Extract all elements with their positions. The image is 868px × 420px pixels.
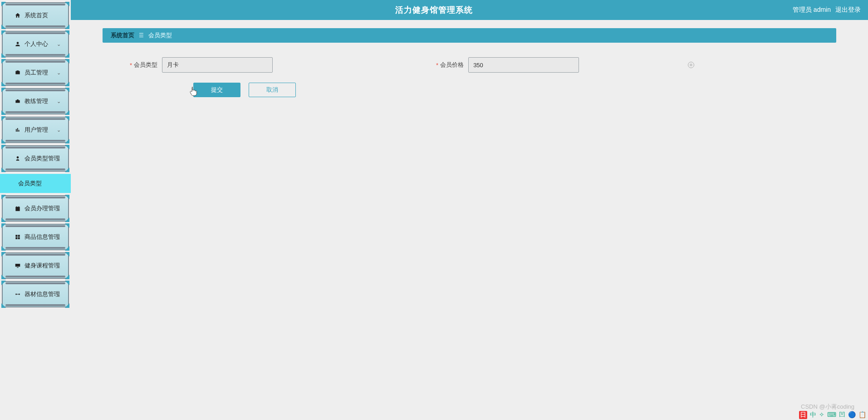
chevron-down-icon: ⌄: [57, 127, 61, 133]
breadcrumb-current: 会员类型: [148, 31, 172, 40]
briefcase-icon: [15, 98, 21, 104]
sidebar-item-label: 商品信息管理: [25, 233, 60, 241]
sidebar-item-label: 会员类型管理: [25, 154, 60, 163]
clipboard-icon: [15, 205, 21, 212]
tray-symbol-icon[interactable]: ✧: [819, 411, 824, 419]
sidebar-sub-member-type[interactable]: 会员类型: [0, 174, 71, 193]
top-header: 活力健身馆管理系统 管理员 admin 退出登录: [0, 0, 868, 20]
cancel-button[interactable]: 取消: [249, 83, 296, 97]
member-type-label: 会员类型: [134, 61, 157, 69]
member-price-input[interactable]: [468, 57, 579, 73]
sidebar-sub-label: 会员类型: [18, 179, 42, 188]
tray-dot-icon[interactable]: 🔵: [848, 411, 856, 419]
home-icon: [15, 12, 21, 19]
tray-clipboard-icon[interactable]: 📋: [858, 411, 866, 419]
chevron-down-icon: ⌄: [57, 41, 61, 47]
chevron-down-icon: ⌄: [57, 70, 61, 76]
logout-link[interactable]: 退出登录: [835, 6, 861, 14]
grid-icon: [15, 234, 21, 240]
sidebar-item-users[interactable]: 用户管理 ⌄: [2, 117, 69, 143]
form-row: * 会员类型 * 会员价格: [130, 57, 836, 73]
sidebar-item-label: 健身课程管理: [25, 262, 60, 270]
chart-icon: [15, 127, 21, 133]
chevron-down-icon: ⌄: [57, 99, 61, 104]
sidebar-item-staff[interactable]: 员工管理 ⌄: [2, 59, 69, 86]
sidebar-item-product[interactable]: 商品信息管理 ⌄: [2, 224, 69, 250]
admin-label[interactable]: 管理员 admin: [793, 6, 831, 14]
sidebar-item-label: 系统首页: [25, 11, 48, 20]
form-area: * 会员类型 * 会员价格 提交 取消: [103, 57, 836, 97]
tray-ime-icon[interactable]: 日: [799, 411, 807, 419]
sidebar-item-label: 个人中心: [25, 40, 48, 48]
sidebar-item-member-type[interactable]: 会员类型管理 ⌄: [2, 145, 69, 172]
sidebar-item-label: 员工管理: [25, 69, 48, 77]
button-row: 提交 取消: [130, 83, 836, 97]
sidebar: 系统首页 个人中心 ⌄ 员工管理 ⌄ 教练管理 ⌄ 用户管理 ⌄ 会员类型管理 …: [0, 0, 71, 420]
chevron-down-icon: ⌄: [57, 156, 61, 162]
header-right: 管理员 admin 退出登录: [793, 0, 861, 20]
breadcrumb: 系统首页 ☰ 会员类型: [103, 28, 836, 43]
sidebar-item-label: 器材信息管理: [25, 290, 60, 298]
breadcrumb-home[interactable]: 系统首页: [111, 31, 134, 40]
required-mark: *: [436, 62, 438, 69]
sidebar-item-member-handle[interactable]: 会员办理管理 ⌄: [2, 195, 69, 222]
radio-indicator[interactable]: [688, 62, 694, 68]
app-title: 活力健身馆管理系统: [395, 5, 473, 15]
field-member-price: * 会员价格: [436, 57, 694, 73]
chevron-down-icon: ⌄: [57, 206, 61, 212]
member-price-label: 会员价格: [440, 61, 464, 69]
tray-panel-icon[interactable]: 凹: [839, 411, 845, 419]
required-mark: *: [130, 62, 132, 69]
member-icon: [15, 155, 21, 162]
sidebar-item-label: 用户管理: [25, 126, 48, 134]
tray-lang-icon[interactable]: 中: [810, 411, 816, 419]
chevron-down-icon: ⌄: [57, 234, 61, 240]
badge-icon: [15, 69, 21, 76]
breadcrumb-sep-icon: ☰: [139, 32, 144, 39]
system-tray: 日 中 ✧ ⌨ 凹 🔵 📋: [799, 411, 866, 419]
sidebar-item-home[interactable]: 系统首页: [2, 2, 69, 29]
tray-keyboard-icon[interactable]: ⌨: [827, 411, 836, 419]
main-content: 系统首页 ☰ 会员类型 * 会员类型 * 会员价格 提交 取消: [71, 20, 868, 420]
sidebar-item-label: 教练管理: [25, 97, 48, 105]
watermark: CSDN @小蒋coding: [801, 403, 854, 411]
sidebar-item-coach[interactable]: 教练管理 ⌄: [2, 88, 69, 114]
user-icon: [15, 41, 21, 47]
monitor-icon: [15, 262, 21, 269]
sidebar-item-label: 会员办理管理: [25, 204, 60, 212]
chevron-down-icon: ⌄: [57, 292, 61, 297]
sidebar-item-course[interactable]: 健身课程管理 ⌄: [2, 252, 69, 279]
chevron-down-icon: ⌄: [57, 263, 61, 269]
field-member-type: * 会员类型: [130, 57, 273, 73]
member-type-input[interactable]: [162, 57, 273, 73]
submit-button[interactable]: 提交: [193, 83, 240, 97]
sidebar-item-equipment[interactable]: 器材信息管理 ⌄: [2, 281, 69, 307]
sidebar-item-profile[interactable]: 个人中心 ⌄: [2, 31, 69, 57]
equipment-icon: [15, 291, 21, 297]
